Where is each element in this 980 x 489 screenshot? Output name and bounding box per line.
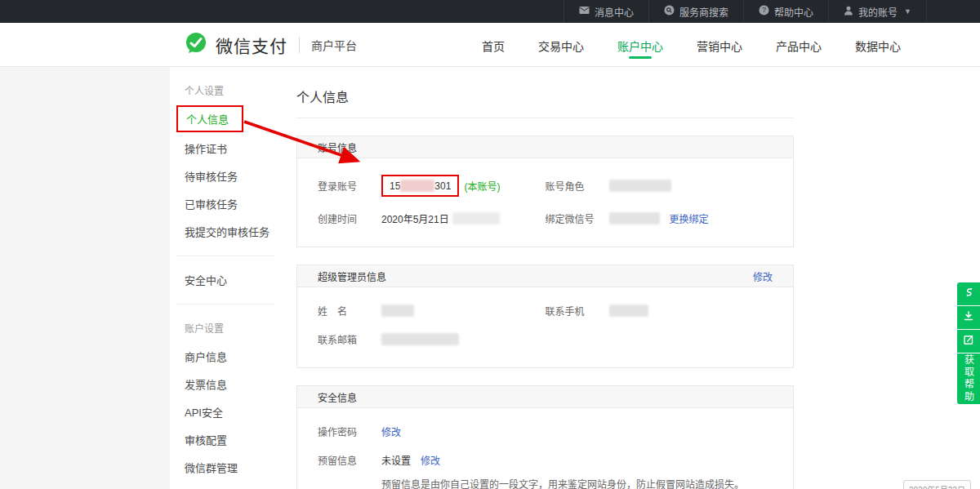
redacted-created-time	[452, 212, 500, 224]
sidebar-divider	[176, 256, 275, 256]
login-account-prefix: 15	[390, 180, 400, 192]
topbar-item-help-center[interactable]: ? 帮助中心	[743, 0, 828, 23]
change-binding-link[interactable]: 更换绑定	[670, 211, 709, 225]
section-title: 超级管理员信息	[318, 269, 386, 283]
reserved-info-label: 预留信息	[318, 453, 381, 467]
contact-phone-label: 联系手机	[546, 304, 609, 318]
page-title: 个人信息	[296, 87, 980, 106]
floating-help-rail: 获取帮助	[957, 282, 980, 404]
reserved-info-value: 未设置	[381, 453, 411, 467]
topbar-item-provider-search[interactable]: 服务商搜索	[648, 0, 743, 23]
created-time-label: 创建时间	[318, 211, 381, 225]
question-icon: ?	[759, 5, 769, 18]
redacted-wechat-id	[609, 212, 660, 224]
topbar-item-label: 服务商搜索	[679, 5, 728, 19]
edit-password-link[interactable]: 修改	[381, 425, 401, 438]
annotation-red-box-account: 15 301	[381, 175, 459, 197]
topbar-item-label: 我的账号	[858, 5, 898, 19]
operation-password-label: 操作密码	[318, 425, 381, 438]
brand-name: 微信支付	[216, 33, 287, 57]
sidebar-item-personal-info[interactable]: 个人信息	[176, 105, 282, 132]
topbar-item-my-account[interactable]: 我的账号 ▼	[828, 0, 927, 23]
brand-block: 微信支付 商户平台	[184, 23, 357, 66]
nav-marketing-center[interactable]: 营销中心	[695, 24, 744, 65]
security-info-card: 安全信息 操作密码 修改 预留信息 未设置 修改	[296, 385, 794, 489]
super-admin-card: 超级管理员信息 修改 姓 名 联系手机	[296, 265, 794, 368]
svg-text:?: ?	[762, 6, 766, 14]
topbar-menu: 消息中心 服务商搜索 ? 帮助中心 我的账号 ▼	[564, 0, 927, 23]
primary-nav: 首页 交易中心 账户中心 营销中心 产品中心 数据中心	[480, 23, 902, 66]
nav-data-center[interactable]: 数据中心	[853, 24, 902, 65]
sidebar-item-label: 个人信息	[186, 113, 229, 126]
topbar-item-label: 帮助中心	[774, 5, 813, 19]
nav-transaction-center[interactable]: 交易中心	[537, 24, 586, 65]
contact-email-label: 联系邮箱	[318, 332, 381, 346]
bound-wechat-label: 绑定微信号	[546, 211, 609, 225]
sidebar-item-pending-review-tasks[interactable]: 待审核任务	[170, 162, 282, 190]
topbar-item-message-center[interactable]: 消息中心	[564, 0, 648, 23]
wechat-pay-logo-icon	[184, 31, 208, 59]
mail-icon	[579, 6, 590, 17]
nav-product-center[interactable]: 产品中心	[774, 24, 823, 65]
account-role-label: 账号角色	[546, 179, 609, 193]
edit-admin-link[interactable]: 修改	[753, 269, 773, 283]
download-button[interactable]	[957, 306, 980, 329]
redacted-name	[381, 305, 414, 317]
nav-home[interactable]: 首页	[480, 24, 506, 65]
user-icon	[844, 6, 853, 18]
security-info-card-header: 安全信息	[297, 386, 793, 408]
redacted-account-role	[609, 180, 671, 192]
chevron-down-icon: ▼	[904, 7, 911, 16]
topbar: 消息中心 服务商搜索 ? 帮助中心 我的账号 ▼	[0, 0, 980, 23]
date-tooltip: 2020年5月22日	[903, 480, 971, 489]
sidebar-item-review-config[interactable]: 审核配置	[170, 426, 282, 454]
brand-divider	[299, 37, 300, 53]
download-icon	[963, 310, 974, 325]
current-account-note: (本账号)	[464, 179, 500, 193]
super-admin-card-header: 超级管理员信息 修改	[297, 265, 793, 287]
sidebar-item-merchant-info[interactable]: 商户信息	[170, 343, 282, 371]
nav-account-center[interactable]: 账户中心	[616, 24, 665, 65]
section-title: 账号信息	[318, 140, 357, 154]
edit-reserved-info-link[interactable]: 修改	[421, 453, 440, 467]
redacted-login-account	[400, 180, 434, 192]
link-icon	[963, 287, 974, 301]
account-info-card-header: 账号信息	[297, 136, 793, 158]
sidebar-item-my-submitted-tasks[interactable]: 我提交的审核任务	[170, 218, 282, 246]
sidebar: 个人设置 个人信息 操作证书 待审核任务 已审核任务 我提交的审核任务 安全中心…	[170, 67, 282, 489]
annotation-red-box-sidebar: 个人信息	[176, 105, 243, 132]
portal-name: 商户平台	[311, 37, 357, 53]
left-gutter	[0, 67, 170, 489]
reserved-info-description: 预留信息是由你自己设置的一段文字，用来鉴定网站身份，防止假冒网站造成损失。 配置…	[381, 478, 773, 489]
search-icon	[664, 5, 675, 18]
sidebar-item-invoice-info[interactable]: 发票信息	[170, 371, 282, 398]
header: 微信支付 商户平台 首页 交易中心 账户中心 营销中心 产品中心 数据中心	[0, 23, 980, 67]
sidebar-item-operation-certificate[interactable]: 操作证书	[170, 135, 282, 162]
redacted-phone	[609, 305, 648, 317]
login-account-label: 登录账号	[318, 179, 381, 193]
created-time-value: 2020年5月21日	[381, 211, 449, 225]
description-line: 预留信息是由你自己设置的一段文字，用来鉴定网站身份，防止假冒网站造成损失。	[381, 478, 773, 489]
get-help-button[interactable]: 获取帮助	[957, 353, 980, 404]
name-label: 姓 名	[318, 304, 381, 318]
sidebar-item-staff-account-mgmt[interactable]: 员工账号管理	[170, 482, 282, 489]
feedback-button[interactable]	[957, 330, 980, 353]
account-info-card: 账号信息 登录账号 15 301 (本账号)	[296, 136, 794, 247]
topbar-item-label: 消息中心	[595, 5, 634, 19]
sidebar-item-security-center[interactable]: 安全中心	[170, 266, 282, 294]
redacted-email	[381, 333, 459, 345]
merchant-platform-page: 消息中心 服务商搜索 ? 帮助中心 我的账号 ▼	[0, 0, 980, 489]
contact-link-button[interactable]	[957, 282, 980, 305]
sidebar-group-personal-settings: 个人设置	[170, 83, 282, 97]
main-content: 个人信息 账号信息 登录账号 15	[282, 67, 980, 489]
sidebar-divider	[176, 304, 275, 305]
sidebar-item-wechat-group-mgmt[interactable]: 微信群管理	[170, 454, 282, 482]
sidebar-item-reviewed-tasks[interactable]: 已审核任务	[170, 190, 282, 218]
sidebar-item-api-security[interactable]: API安全	[170, 398, 282, 426]
edit-icon	[963, 334, 974, 349]
login-account-suffix: 301	[434, 180, 451, 192]
title-divider	[296, 118, 794, 118]
section-title: 安全信息	[318, 390, 357, 404]
sidebar-group-account-settings: 账户设置	[170, 321, 282, 335]
